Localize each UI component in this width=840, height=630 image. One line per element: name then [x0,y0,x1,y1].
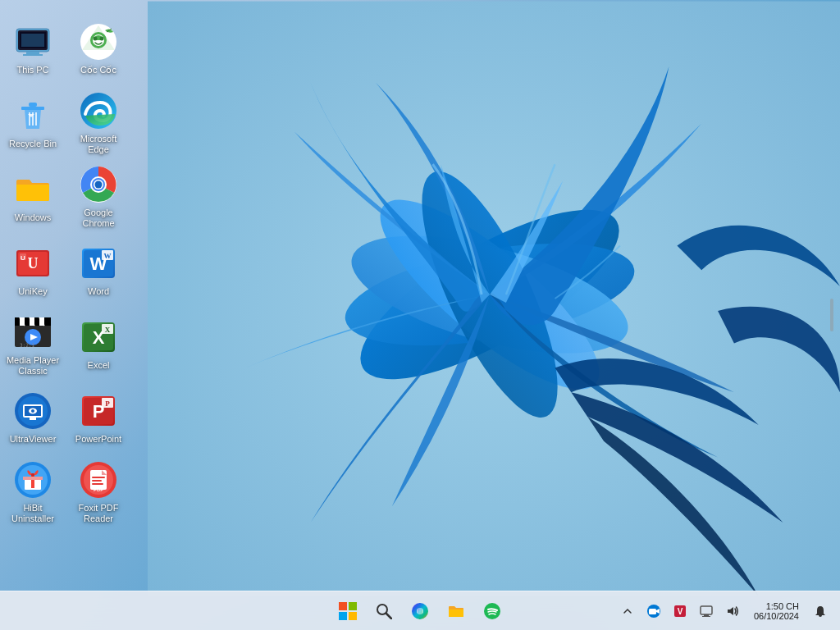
excel-label: Excel [88,360,110,371]
desktop-icons: This PC Cốc Cốc [0,8,131,599]
windows-folder-icon [13,170,52,209]
svg-rect-77 [92,477,105,478]
icon-excel[interactable]: X X Excel [66,308,131,381]
svg-rect-94 [701,606,712,614]
taskbar-center [331,595,509,628]
svg-text:3:2:1: 3:2:1 [20,342,34,348]
svg-point-27 [95,180,103,188]
svg-text:PDF: PDF [94,487,103,492]
icon-chrome[interactable]: Google Chrome [66,160,131,234]
svg-rect-83 [339,612,347,620]
svg-rect-40 [15,317,20,326]
icon-windows-folder[interactable]: Windows [0,160,66,234]
svg-text:W: W [104,252,112,260]
icon-word[interactable]: W W Word [66,234,131,308]
icon-coc-coc[interactable]: Cốc Cốc [66,12,131,86]
taskbar: V 1:50 CH [0,591,840,630]
clock[interactable]: 1:50 CH 06/10/2024 [747,591,806,631]
icon-this-pc[interactable]: This PC [0,12,66,86]
powerpoint-icon: P P [79,391,118,431]
svg-rect-72 [23,477,43,480]
hibit-icon [13,460,52,500]
edge-label: Microsoft Edge [70,134,127,155]
wallpaper [148,0,840,597]
svg-text:P: P [105,399,110,408]
word-icon: W W [79,244,118,283]
file-explorer-button[interactable] [440,595,472,628]
svg-point-16 [100,37,104,41]
copilot-button[interactable] [404,595,436,628]
svg-rect-79 [92,483,103,485]
svg-rect-96 [702,616,710,617]
edge-icon [79,91,118,130]
search-button[interactable] [368,595,400,628]
word-label: Word [88,286,109,297]
icon-media-player[interactable]: 3:2:1 Media Player Classic [0,308,66,381]
meet-now-icon[interactable] [642,596,665,626]
icon-hibit[interactable]: HiBit Uninstaller [0,455,66,529]
svg-point-73 [31,473,34,477]
icon-ultraviewer[interactable]: UltraViewer [0,381,66,455]
desktop: This PC Cốc Cốc [0,0,840,630]
ultraviewer-label: UltraViewer [10,434,57,445]
hibit-label: HiBit Uninstaller [4,503,62,524]
windows-label: Windows [15,212,52,223]
scroll-indicator [830,299,833,331]
unikey-icon: U U [13,244,52,283]
spotify-button[interactable] [476,595,509,628]
display-icon[interactable] [695,596,718,626]
svg-rect-59 [30,418,36,420]
svg-text:U: U [21,254,25,262]
svg-rect-18 [29,103,37,107]
media-player-label: Media Player Classic [4,355,62,377]
coc-coc-label: Cốc Cốc [80,65,116,75]
foxit-label: Foxit PDF Reader [70,503,127,524]
svg-rect-81 [339,602,347,610]
ultraviewer-icon [13,391,52,431]
svg-rect-84 [349,612,357,620]
svg-rect-9 [23,54,43,56]
taskbar-right: V 1:50 CH [616,591,840,631]
icon-recycle-bin[interactable]: Recycle Bin [0,86,66,160]
coc-coc-icon [79,22,118,62]
this-pc-label: This PC [16,65,48,75]
recycle-bin-label: Recycle Bin [9,139,57,149]
icon-foxit[interactable]: PDF Foxit PDF Reader [66,455,131,529]
svg-line-86 [386,614,391,619]
clock-time: 1:50 CH [766,601,799,611]
svg-text:U: U [28,255,39,272]
powerpoint-label: PowerPoint [75,434,121,445]
this-pc-icon [13,22,52,62]
svg-rect-11 [21,34,44,47]
unikey-label: UniKey [18,286,47,297]
icon-edge[interactable]: Microsoft Edge [66,86,131,160]
notification-icon[interactable] [809,596,832,626]
svg-point-15 [94,37,98,41]
media-player-icon: 3:2:1 [13,313,52,352]
foxit-icon: PDF [79,460,118,500]
speaker-icon[interactable] [721,596,744,626]
svg-rect-8 [26,52,39,54]
svg-rect-95 [704,614,709,616]
svg-text:V: V [678,607,683,616]
svg-text:X: X [105,326,111,334]
svg-rect-17 [21,107,44,110]
excel-icon: X X [79,317,118,357]
clock-date: 06/10/2024 [754,611,799,621]
recycle-bin-icon [13,96,52,135]
svg-point-61 [31,409,34,413]
tray-chevron[interactable] [616,596,639,626]
icon-powerpoint[interactable]: P P PowerPoint [66,381,131,455]
svg-rect-41 [25,317,30,326]
svg-rect-78 [92,480,102,482]
svg-rect-82 [349,602,357,610]
svg-rect-42 [34,317,39,326]
vita-input-icon[interactable]: V [669,596,692,626]
chrome-icon [79,165,118,204]
icon-unikey[interactable]: U U UniKey [0,234,66,308]
chrome-label: Google Chrome [70,208,127,229]
start-button[interactable] [331,595,364,628]
svg-rect-43 [44,317,51,326]
svg-rect-91 [649,609,656,614]
